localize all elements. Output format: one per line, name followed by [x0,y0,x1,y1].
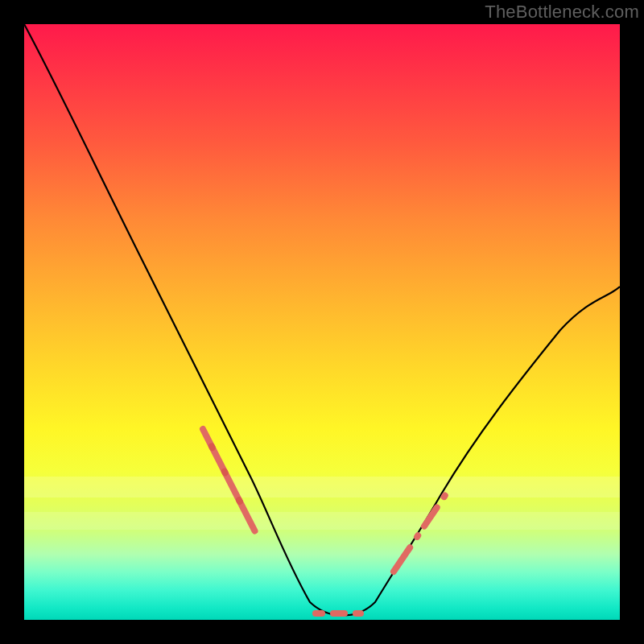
marker-dot [312,610,325,617]
marker-group-left [199,425,259,535]
plot-area [24,24,620,620]
watermark-text: TheBottleneck.com [485,2,639,23]
marker-dash [199,425,259,535]
marker-dash [419,503,441,530]
marker-group-bottom [312,610,364,617]
bottleneck-curve [24,24,620,616]
curve-layer [24,24,620,620]
marker-group-right [389,491,449,576]
marker-dash [389,543,414,576]
marker-dash [330,610,348,617]
marker-dot [440,491,449,502]
marker-dot [353,610,364,617]
